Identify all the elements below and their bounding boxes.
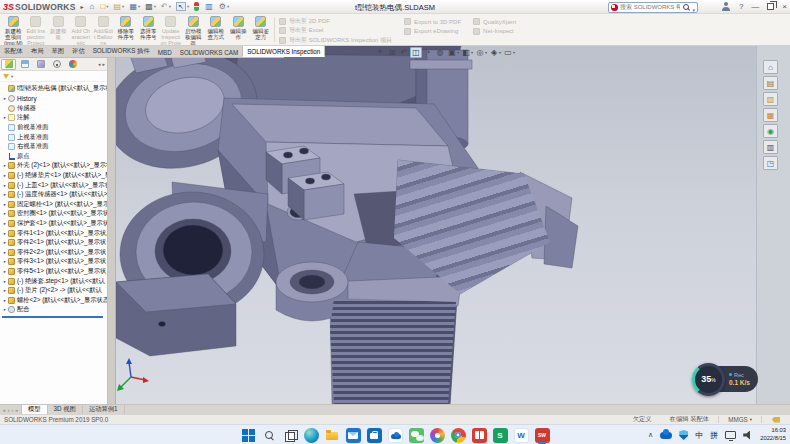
document-tab[interactable]: 3D 视图 (48, 405, 83, 414)
command-tab[interactable]: SOLIDWORKS CAM (176, 47, 242, 57)
tree-item[interactable]: ▸ 零件5<1> (默认<<默认>_显示状 (0, 267, 107, 277)
tree-item[interactable]: ▸ (-) 垫片 (2)<2> -> (默认<<默认 (0, 286, 107, 296)
minimize-button[interactable]: — (751, 3, 759, 11)
tab-nav-arrow[interactable]: » (15, 407, 18, 413)
feature-manager-tab[interactable] (49, 59, 64, 70)
panel-splitter[interactable] (108, 58, 116, 404)
tree-item[interactable]: ▸ 密封圈<1> (默认<<默认>_显示状 (0, 209, 107, 219)
command-tab[interactable]: SOLIDWORKS Inspection (242, 45, 325, 57)
view-tool-button[interactable]: ◧ ▾ (460, 47, 473, 58)
feature-manager-tab[interactable] (17, 59, 32, 70)
taskbar-app[interactable] (428, 426, 446, 444)
ribbon-button[interactable]: Update Inspection Project (160, 15, 183, 45)
tree-item[interactable]: ▸ History (0, 94, 107, 104)
command-tab[interactable]: 草图 (47, 45, 68, 57)
screen-recorder-widget[interactable]: 35% Rec 0.1 K/s (692, 362, 758, 396)
feature-manager-tab[interactable] (33, 59, 48, 70)
tab-scroll-arrow[interactable]: ▸ (102, 61, 105, 67)
document-tab[interactable]: 模型 (22, 405, 48, 414)
volume-icon[interactable] (743, 431, 753, 440)
display-tray-icon[interactable] (725, 431, 736, 439)
view-tool-button[interactable]: ◫ (410, 47, 421, 58)
tree-filter-bar[interactable]: ▾ (0, 71, 107, 82)
tag-icon[interactable] (772, 417, 780, 423)
taskbar-app[interactable] (365, 426, 383, 444)
quick-access-button[interactable]: ▤ ▾ (113, 1, 126, 13)
taskbar-app[interactable] (386, 426, 404, 444)
tree-item[interactable]: ▸ 零件1<1> (默认<<默认>_显示状态 (0, 228, 107, 238)
taskbar-app[interactable] (344, 426, 362, 444)
command-tab[interactable]: MBD (154, 47, 176, 57)
view-tool-button[interactable]: ⌖ (374, 47, 385, 58)
task-pane-tab[interactable]: ▤ (763, 76, 778, 90)
ribbon-button[interactable]: 编辑检查方式 (205, 15, 228, 45)
tree-item[interactable]: ▸ 零件2<1> (默认<<默认>_显示状 (0, 238, 107, 248)
taskbar-app[interactable]: W (512, 426, 530, 444)
ribbon-button[interactable]: 新建检查项目 (imp:M) (2, 15, 25, 45)
close-button[interactable]: × (782, 3, 787, 11)
tab-nav-arrow[interactable]: › (11, 407, 13, 413)
tab-scroll-arrow[interactable]: ◂ (98, 61, 101, 67)
ribbon-button[interactable]: Edit Inspection Project (25, 15, 48, 45)
taskbar-app[interactable] (407, 426, 425, 444)
ribbon-button[interactable]: 启动模板编辑器 (182, 15, 205, 45)
tree-item[interactable]: ▸ (-) 温度传感器<1> (默认<<默认>_ (0, 190, 107, 200)
search-icon[interactable] (682, 3, 690, 11)
help-button[interactable]: ? (739, 3, 743, 11)
task-pane-tab[interactable]: ▧ (763, 92, 778, 106)
view-tool-button[interactable]: ▣ ▾ (446, 47, 459, 58)
quick-access-button[interactable]: ▦ ▾ (128, 1, 141, 13)
task-pane-tab[interactable]: ⌂ (763, 60, 778, 74)
taskbar-app[interactable] (470, 426, 488, 444)
quick-access-button[interactable]: ↶ ▾ (160, 1, 172, 13)
quick-access-button[interactable]: ▥ (204, 1, 215, 13)
feature-manager-tab[interactable] (65, 59, 80, 70)
tree-item[interactable]: ▸ (-) 绝缘垫片<1> (默认<<默认>_显 (0, 171, 107, 181)
menu-expand-arrow[interactable]: ▸ (81, 3, 84, 10)
clock[interactable]: 16:03 2022/8/15 (760, 427, 786, 442)
view-tool-button[interactable]: ▭ ▾ (502, 47, 515, 58)
tree-item[interactable]: 右视基准面 (0, 142, 107, 152)
ribbon-button[interactable]: 编辑操作 (227, 15, 250, 45)
tree-item[interactable]: ▸ 螺栓<2> (默认<<默认>_显示状态 (0, 295, 107, 305)
tree-item[interactable]: ▸ (-) 上盖<1> (默认<<默认>_显示状 (0, 180, 107, 190)
export-menu-item[interactable]: 导出至 2D PDF (279, 17, 392, 26)
quick-access-button[interactable]: ↖ ▾ (175, 1, 190, 13)
command-tab[interactable]: SOLIDWORKS 插件 (89, 45, 154, 57)
view-tool-button[interactable]: ↶ (398, 47, 409, 58)
quick-access-button[interactable] (193, 1, 201, 13)
export-menu-item[interactable]: QualityXpert (473, 17, 516, 27)
command-tab[interactable]: 装配体 (0, 45, 27, 57)
security-shield-icon[interactable] (679, 430, 688, 440)
ribbon-button[interactable]: 选择零件序号 (137, 15, 160, 45)
taskbar-app[interactable] (281, 426, 299, 444)
ribbon-button[interactable]: 移除零件序号 (115, 15, 138, 45)
export-menu-item[interactable]: 导出至 Excel (279, 26, 392, 35)
quick-access-button[interactable]: □ ▾ (99, 1, 109, 13)
login-user-icon[interactable] (722, 2, 731, 11)
taskbar-app[interactable] (302, 426, 320, 444)
view-tool-button[interactable]: ◈ ▾ (488, 47, 501, 58)
graphics-area[interactable]: ⌖ ⊞ ↶ ◫ ◔ (116, 46, 756, 404)
export-menu-item[interactable]: Export eDrawing (404, 27, 461, 37)
taskbar-app[interactable] (260, 426, 278, 444)
ribbon-button[interactable]: 新建模板 (47, 15, 70, 45)
export-menu-item[interactable]: 导出至 SOLIDWORKS Inspection 项目 (279, 36, 392, 45)
tree-item[interactable]: ▸ 固定螺栓<1> (默认<<默认>_显示 (0, 200, 107, 210)
taskbar-app[interactable] (449, 426, 467, 444)
tab-nav-arrow[interactable]: « (3, 407, 6, 413)
tree-item[interactable]: ▸ 零件2<2> (默认<<默认>_显示状 (0, 248, 107, 258)
tree-item[interactable]: 前视基准面 (0, 123, 107, 133)
task-pane-tab[interactable]: ◳ (763, 156, 778, 170)
tree-item[interactable]: ▸ 零件3<1> (默认<<默认>_显示状 (0, 257, 107, 267)
command-tab[interactable]: 布局 (27, 45, 48, 57)
task-pane-tab[interactable]: ▦ (763, 108, 778, 122)
quick-access-button[interactable]: ⌂ (89, 1, 97, 13)
document-tab[interactable]: 运动算例1 (83, 405, 125, 414)
search-box[interactable]: 搜索 SOLIDWORKS 帮助 (608, 2, 698, 13)
onedrive-tray-icon[interactable] (660, 432, 672, 439)
export-menu-item[interactable]: Export to 3D PDF (404, 17, 461, 27)
ime-mode-indicator[interactable]: 拼 (710, 430, 718, 441)
tree-item[interactable]: 上视基准面 (0, 132, 107, 142)
view-tool-button[interactable]: ⊞ (386, 47, 397, 58)
